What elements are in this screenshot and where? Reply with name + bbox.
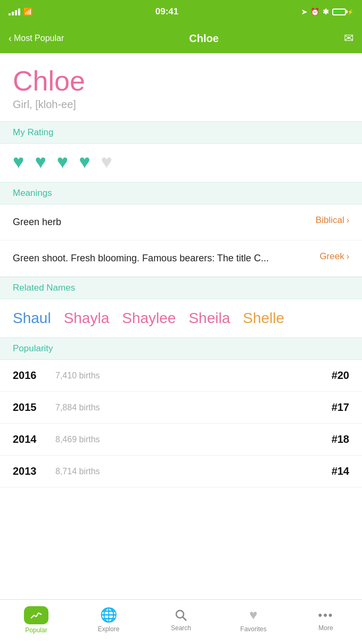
tab-popular[interactable]: Popular bbox=[0, 600, 72, 644]
nav-title: Chloe bbox=[189, 32, 219, 45]
tab-explore-label: Explore bbox=[98, 625, 120, 633]
meaning-tag-label-1: Biblical bbox=[316, 215, 344, 226]
pop-births-2015: 7,884 births bbox=[55, 403, 332, 412]
meanings-label: Meanings bbox=[13, 188, 52, 198]
tab-favorites[interactable]: ♥ Favorites bbox=[217, 600, 290, 644]
name-section: Chloe Girl, [kloh-ee] bbox=[0, 53, 362, 121]
heart-1[interactable]: ♥ bbox=[13, 152, 24, 171]
my-rating-header: My Rating bbox=[0, 121, 362, 144]
related-names-list: Shaul Shayla Shaylee Sheila Shelle bbox=[0, 299, 362, 337]
pop-year-2015: 2015 bbox=[13, 401, 55, 414]
meaning-text-2: Green shoot. Fresh blooming. Famous bear… bbox=[13, 251, 313, 266]
rating-section[interactable]: ♥ ♥ ♥ ♥ ♥ bbox=[0, 144, 362, 182]
pop-births-2013: 8,714 births bbox=[55, 467, 332, 476]
tab-explore[interactable]: 🌐 Explore bbox=[72, 600, 145, 644]
chevron-right-icon-1: › bbox=[347, 216, 349, 225]
popularity-row-2015: 2015 7,884 births #17 bbox=[0, 392, 362, 424]
heart-2[interactable]: ♥ bbox=[35, 152, 46, 171]
related-name-sheila[interactable]: Sheila bbox=[188, 310, 230, 327]
popular-icon-box bbox=[24, 606, 48, 624]
popularity-row-2016: 2016 7,410 births #20 bbox=[0, 360, 362, 392]
popularity-row-2014: 2014 8,469 births #18 bbox=[0, 424, 362, 456]
pop-year-2013: 2013 bbox=[13, 465, 55, 477]
meaning-text-1: Green herb bbox=[13, 215, 309, 229]
location-icon: ➤ bbox=[301, 8, 307, 16]
tab-favorites-label: Favorites bbox=[240, 625, 266, 633]
status-left: 📶 bbox=[9, 7, 32, 16]
pop-year-2014: 2014 bbox=[13, 433, 55, 445]
nav-bar: ‹ Most Popular Chloe ✉ bbox=[0, 23, 362, 53]
globe-icon: 🌐 bbox=[100, 607, 117, 623]
heart-3[interactable]: ♥ bbox=[57, 152, 68, 171]
chevron-left-icon: ‹ bbox=[9, 33, 12, 44]
pop-rank-2014: #18 bbox=[332, 433, 349, 445]
tab-more[interactable]: ••• More bbox=[290, 600, 362, 644]
heart-tab-icon: ♥ bbox=[249, 607, 257, 623]
related-name-shelle[interactable]: Shelle bbox=[243, 310, 284, 327]
my-rating-label: My Rating bbox=[13, 127, 54, 137]
status-right: ➤ ⏰ ✱ ⚡ bbox=[301, 7, 353, 16]
pop-rank-2016: #20 bbox=[332, 369, 349, 382]
pop-births-2014: 8,469 births bbox=[55, 435, 332, 444]
popularity-row-2013: 2013 8,714 births #14 bbox=[0, 456, 362, 488]
name-subtitle: Girl, [kloh-ee] bbox=[13, 98, 349, 111]
name-title: Chloe bbox=[13, 66, 349, 96]
bluetooth-icon: ✱ bbox=[323, 7, 329, 16]
meanings-header: Meanings bbox=[0, 182, 362, 204]
pop-rank-2015: #17 bbox=[332, 401, 349, 414]
tab-search-label: Search bbox=[171, 624, 191, 632]
pop-births-2016: 7,410 births bbox=[55, 371, 332, 381]
dots-icon: ••• bbox=[318, 608, 333, 622]
related-name-shaylee[interactable]: Shaylee bbox=[122, 310, 176, 327]
status-time: 09:41 bbox=[155, 6, 178, 17]
meaning-tag-2[interactable]: Greek › bbox=[319, 251, 349, 262]
heart-5[interactable]: ♥ bbox=[101, 152, 112, 171]
battery-icon: ⚡ bbox=[332, 9, 353, 15]
status-bar: 📶 09:41 ➤ ⏰ ✱ ⚡ bbox=[0, 0, 362, 23]
pop-year-2016: 2016 bbox=[13, 369, 55, 382]
content-area: Chloe Girl, [kloh-ee] My Rating ♥ ♥ ♥ ♥ … bbox=[0, 53, 362, 530]
meaning-tag-label-2: Greek bbox=[319, 251, 344, 262]
mail-icon[interactable]: ✉ bbox=[344, 31, 353, 45]
chevron-right-icon-2: › bbox=[347, 252, 349, 261]
chart-icon bbox=[30, 610, 42, 621]
meaning-tag-1[interactable]: Biblical › bbox=[316, 215, 349, 226]
related-name-shaul[interactable]: Shaul bbox=[13, 310, 51, 327]
signal-bars-icon bbox=[9, 8, 20, 15]
svg-point-0 bbox=[176, 610, 184, 618]
popularity-label: Popularity bbox=[13, 343, 53, 353]
meaning-row-1[interactable]: Green herb Biblical › bbox=[0, 204, 362, 241]
tab-more-label: More bbox=[318, 624, 333, 632]
heart-4[interactable]: ♥ bbox=[79, 152, 90, 171]
related-name-shayla[interactable]: Shayla bbox=[64, 310, 110, 327]
svg-line-1 bbox=[183, 617, 187, 621]
popularity-header: Popularity bbox=[0, 337, 362, 360]
pop-rank-2013: #14 bbox=[332, 465, 349, 477]
search-icon bbox=[174, 608, 188, 622]
tab-search[interactable]: Search bbox=[145, 600, 217, 644]
tab-popular-label: Popular bbox=[25, 626, 47, 634]
tab-bar: Popular 🌐 Explore Search ♥ Favorites •••… bbox=[0, 599, 362, 644]
back-button[interactable]: ‹ Most Popular bbox=[9, 33, 64, 44]
meaning-row-2[interactable]: Green shoot. Fresh blooming. Famous bear… bbox=[0, 241, 362, 277]
alarm-icon: ⏰ bbox=[310, 7, 319, 16]
back-label: Most Popular bbox=[14, 34, 64, 43]
related-names-header: Related Names bbox=[0, 277, 362, 299]
related-names-label: Related Names bbox=[13, 283, 75, 293]
wifi-icon: 📶 bbox=[23, 7, 32, 16]
